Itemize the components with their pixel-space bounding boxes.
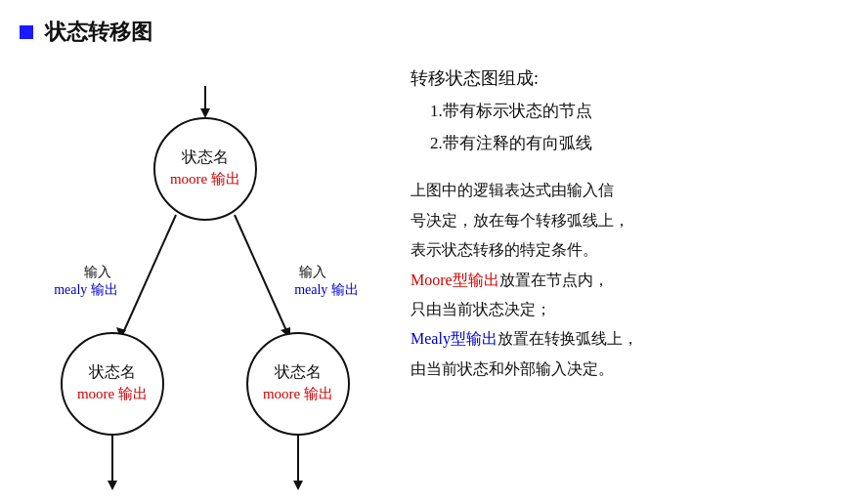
desc-line3: 表示状态转移的特定条件。 xyxy=(411,235,836,265)
bottom-left-output: moore 输出 xyxy=(77,386,148,401)
bottom-right-state: 状态名 xyxy=(274,363,322,380)
svg-marker-2 xyxy=(200,108,210,118)
page-header: 状态转移图 xyxy=(0,0,865,57)
description-block: 上图中的逻辑表达式由输入信 号决定，放在每个转移弧线上， 表示状态转移的特定条件… xyxy=(411,176,836,384)
svg-line-5 xyxy=(235,215,288,335)
desc-line2: 号决定，放在每个转移弧线上， xyxy=(411,206,836,235)
top-node-output: moore 输出 xyxy=(170,171,240,187)
svg-point-0 xyxy=(154,118,256,220)
top-node-state: 状态名 xyxy=(181,148,229,165)
composition-item-1: 1.带有标示状态的节点 xyxy=(430,98,836,124)
svg-point-8 xyxy=(247,333,349,435)
left-arrow-input-label: 输入 xyxy=(84,265,111,279)
moore-highlight: Moore型输出 xyxy=(411,272,499,288)
mealy-highlight: Mealy型输出 xyxy=(411,330,497,347)
text-area: 转移状态图组成: 1.带有标示状态的节点 2.带有注释的有向弧线 上图中的逻辑表… xyxy=(391,57,845,492)
bottom-right-output: moore 输出 xyxy=(263,386,333,401)
mealy-line2: 由当前状态和外部输入决定。 xyxy=(411,355,836,384)
diagram-area: 状态名 moore 输出 状态名 moore 输出 状态名 moore 输出 xyxy=(20,57,391,492)
mealy-line: Mealy型输出放置在转换弧线上， xyxy=(411,324,836,354)
page-title: 状态转移图 xyxy=(45,18,152,47)
moore-line: Moore型输出放置在节点内， xyxy=(411,266,836,295)
desc-line1: 上图中的逻辑表达式由输入信 xyxy=(411,176,836,205)
bottom-left-state: 状态名 xyxy=(88,363,136,380)
svg-point-7 xyxy=(62,333,163,435)
right-arrow-input-label: 输入 xyxy=(299,265,326,279)
right-arrow-mealy-label: mealy 输出 xyxy=(294,282,359,297)
main-content: 状态名 moore 输出 状态名 moore 输出 状态名 moore 输出 xyxy=(0,57,865,492)
left-arrow-mealy-label: mealy 输出 xyxy=(54,282,118,297)
composition-title: 转移状态图组成: xyxy=(411,66,836,90)
svg-marker-12 xyxy=(293,481,303,490)
moore-line2: 只由当前状态决定； xyxy=(411,295,836,324)
header-icon xyxy=(20,25,33,39)
svg-marker-10 xyxy=(108,481,117,490)
svg-line-3 xyxy=(122,215,176,335)
composition-item-2: 2.带有注释的有向弧线 xyxy=(430,130,836,156)
state-diagram-svg: 状态名 moore 输出 状态名 moore 输出 状态名 moore 输出 xyxy=(20,57,391,504)
